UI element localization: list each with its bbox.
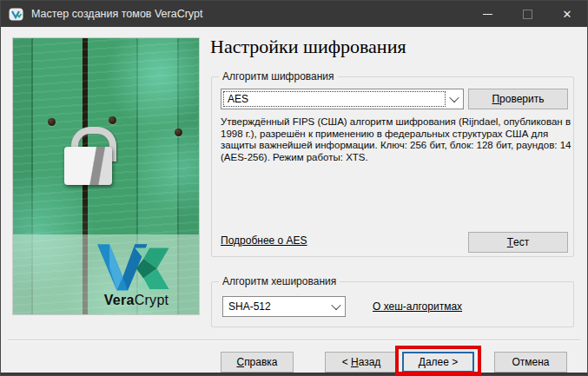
- minimize-button[interactable]: [467, 1, 507, 27]
- window-title: Мастер создания томов VeraCrypt: [31, 8, 203, 20]
- hash-info-link[interactable]: О хеш-алгоритмах: [373, 300, 462, 313]
- back-button-label: азад: [359, 356, 381, 368]
- veracrypt-wordmark: VeraCrypt: [91, 293, 182, 308]
- hash-algorithm-value: SHA-512: [225, 300, 327, 313]
- benchmark-button-accel: П: [492, 93, 499, 105]
- back-button[interactable]: < Назад: [325, 352, 398, 373]
- encryption-algorithm-select[interactable]: AES: [221, 89, 464, 109]
- help-button-accel: С: [236, 356, 244, 368]
- test-button-label: ест: [513, 236, 529, 248]
- back-button-prefix: <: [342, 356, 351, 368]
- close-button[interactable]: ✕: [547, 1, 587, 27]
- next-button-label: алее >: [426, 356, 458, 368]
- minimize-icon: [483, 14, 492, 15]
- benchmark-button-label: роверить: [499, 93, 544, 105]
- algorithm-description: Утверждённый FIPS (США) алгоритм шифрова…: [221, 116, 571, 163]
- maximize-button[interactable]: [507, 1, 547, 27]
- help-button-label: правка: [244, 356, 277, 368]
- close-icon: ✕: [563, 9, 572, 20]
- padlock-icon: [64, 147, 112, 185]
- benchmark-button[interactable]: Проверить: [468, 89, 568, 109]
- page-title: Настройки шифрования: [210, 36, 406, 58]
- wizard-side-image: VeraCrypt: [12, 37, 200, 315]
- next-button-accel: Д: [419, 356, 426, 368]
- cancel-button[interactable]: Отмена: [494, 352, 567, 373]
- maximize-icon: [523, 10, 532, 19]
- window-bottom-border: [1, 373, 587, 375]
- veracrypt-app-icon: [9, 7, 23, 22]
- chevron-down-icon[interactable]: [327, 297, 345, 316]
- cancel-button-label: Отмена: [512, 356, 549, 368]
- hash-algorithm-select[interactable]: SHA-512: [222, 296, 346, 317]
- test-button[interactable]: Тест: [468, 232, 568, 253]
- more-about-aes-link[interactable]: Подробнее о AES: [221, 234, 307, 247]
- back-button-accel: Н: [351, 356, 359, 368]
- bolt-decor: [175, 129, 182, 136]
- veracrypt-wizard-window: Мастер создания томов VeraCrypt ✕: [0, 0, 588, 376]
- test-button-accel: Т: [507, 236, 513, 248]
- chevron-down-icon[interactable]: [446, 89, 463, 109]
- bolt-decor: [48, 118, 56, 126]
- footer-separator: [8, 340, 580, 341]
- next-button[interactable]: Далее >: [402, 352, 474, 373]
- veracrypt-logo: [97, 244, 170, 292]
- encryption-group-label: Алгоритм шифрования: [219, 70, 338, 82]
- bolt-decor: [109, 116, 116, 124]
- wordmark-rest: Crypt: [135, 293, 169, 307]
- encryption-algorithm-value: AES: [223, 91, 446, 107]
- hash-group-label: Алгоритм хеширования: [219, 275, 340, 287]
- help-button[interactable]: Справка: [221, 352, 294, 373]
- wordmark-bold: Vera: [104, 293, 135, 307]
- titlebar[interactable]: Мастер создания томов VeraCrypt ✕: [1, 1, 587, 27]
